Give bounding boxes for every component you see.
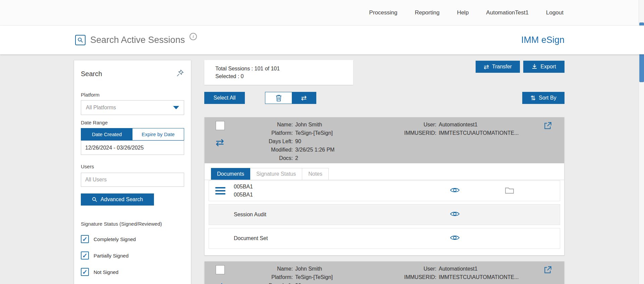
document-row[interactable]: Session Audit — [209, 204, 560, 225]
sort-by-label: Sort By — [539, 95, 556, 101]
folder-icon[interactable] — [505, 186, 514, 195]
advanced-search-button[interactable]: Advanced Search — [81, 193, 154, 206]
checkbox-completely-signed[interactable]: ✓ Completely Signed — [81, 235, 184, 243]
session-summary-card: Total Sessions : 101 of 101 Selected : 0 — [204, 60, 353, 85]
document-title: Document Set — [234, 234, 268, 242]
platform-dropdown[interactable]: All Platforms — [81, 100, 184, 115]
selected-count-text: Selected : 0 — [215, 73, 342, 79]
field-value: TeSign-[TeSign] — [295, 273, 333, 281]
search-sessions-icon — [75, 35, 86, 45]
session-card: ⇄ Name:John Smith Platform:TeSign-[TeSig… — [204, 261, 565, 284]
top-nav: Processing Reporting Help AutomationTest… — [0, 0, 644, 25]
field-value: 3/26/25 1:26 PM — [295, 146, 334, 154]
open-session-icon[interactable] — [543, 266, 552, 276]
document-row[interactable]: 005BA1 005BA1 — [209, 180, 560, 201]
date-range-label: Date Range — [81, 120, 184, 125]
bulk-action-group: ⇄ — [265, 92, 316, 104]
sessions-main: Total Sessions : 101 of 101 Selected : 0… — [204, 60, 565, 284]
document-title: 005BA1 — [234, 183, 253, 191]
users-input[interactable] — [81, 173, 184, 187]
view-document-icon[interactable] — [450, 211, 460, 219]
nav-processing[interactable]: Processing — [369, 9, 397, 16]
page-title: Search Active Sessions — [90, 35, 185, 45]
field-value: TeSign-[TeSign] — [295, 129, 333, 137]
open-session-icon[interactable] — [543, 121, 552, 131]
content-area: Search Platform All Platforms Date Range… — [0, 54, 644, 284]
users-label: Users — [81, 164, 184, 169]
session-header: ⇄ Name:John Smith Platform:TeSign-[TeSig… — [205, 262, 564, 284]
session-tabs: Documents Signature Status Notes — [205, 163, 564, 180]
nav-reporting[interactable]: Reporting — [415, 9, 440, 16]
total-sessions-text: Total Sessions : 101 of 101 — [215, 66, 342, 72]
tab-notes[interactable]: Notes — [302, 168, 329, 180]
document-subtitle: 005BA1 — [234, 191, 253, 199]
document-title: Session Audit — [234, 211, 266, 219]
delete-button[interactable] — [265, 92, 292, 104]
field-value: John Smith — [295, 265, 322, 273]
field-label: Days Left: — [238, 137, 293, 146]
view-document-icon[interactable] — [450, 187, 460, 195]
field-label: Modified: — [238, 146, 293, 154]
drag-handle-icon[interactable] — [215, 187, 225, 196]
session-select-checkbox[interactable] — [216, 265, 225, 274]
advanced-search-label: Advanced Search — [101, 196, 143, 203]
date-range-toggle: Date Created Expire by Date — [81, 128, 184, 140]
view-document-icon[interactable] — [450, 235, 460, 242]
nav-user-menu[interactable]: AutomationTest1 — [486, 9, 529, 16]
field-label: IMMUSERID: — [382, 273, 436, 281]
session-card: ⇄ Name:John Smith Platform:TeSign-[TeSig… — [204, 117, 565, 255]
field-label: Platform: — [238, 273, 293, 281]
transfer-button[interactable]: ⇄ Transfer — [476, 61, 520, 73]
brand-logo: IMM eSign — [521, 35, 565, 45]
transfer-label: Transfer — [492, 64, 512, 70]
session-header: ⇄ Name:John Smith Platform:TeSign-[TeSig… — [205, 117, 564, 163]
field-label: Name: — [238, 120, 293, 129]
document-row[interactable]: Document Set — [209, 228, 560, 249]
session-transfer-icon[interactable]: ⇄ — [216, 282, 225, 284]
field-value: IMMTESTCU\AUTOMATIONTE... — [439, 273, 519, 281]
app-header: Search Active Sessions i IMM eSign — [0, 25, 644, 54]
date-range-input[interactable] — [81, 140, 184, 155]
field-value: 90 — [295, 137, 301, 146]
field-value: Automationtest1 — [439, 265, 478, 273]
search-panel-title: Search — [81, 70, 102, 78]
bulk-transfer-button[interactable]: ⇄ — [292, 92, 316, 104]
select-all-label: Select All — [214, 95, 236, 101]
nav-help[interactable]: Help — [457, 9, 469, 16]
transfer-icon: ⇄ — [484, 64, 489, 70]
expire-by-date-tab[interactable]: Expire by Date — [132, 128, 184, 140]
field-value: John Smith — [295, 120, 322, 129]
field-label: Name: — [238, 265, 293, 273]
session-transfer-icon[interactable]: ⇄ — [216, 137, 225, 148]
download-icon — [532, 63, 537, 70]
platform-dropdown-value: All Platforms — [86, 105, 116, 111]
chevron-down-icon — [173, 106, 179, 109]
session-select-checkbox[interactable] — [216, 121, 225, 130]
field-label: User: — [382, 120, 436, 129]
sort-icon: ⇅ — [530, 95, 536, 101]
info-icon[interactable]: i — [190, 33, 197, 40]
search-panel: Search Platform All Platforms Date Range… — [74, 60, 191, 284]
checkbox-not-signed[interactable]: ✓ Not Signed — [81, 268, 184, 276]
field-value: 2 — [295, 154, 298, 162]
field-value: IMMTESTCU\AUTOMATIONTE... — [439, 129, 519, 137]
checkbox-label: Completely Signed — [94, 236, 136, 242]
checkbox-icon: ✓ — [81, 268, 89, 276]
tab-documents[interactable]: Documents — [211, 168, 250, 180]
signature-status-label: Signature Status (Signed/Reviewed) — [81, 221, 184, 227]
export-button[interactable]: Export — [523, 61, 565, 73]
checkbox-label: Not Signed — [94, 269, 118, 275]
select-all-button[interactable]: Select All — [204, 92, 245, 104]
field-value: Automationtest1 — [439, 120, 478, 129]
pin-icon[interactable] — [176, 69, 184, 78]
field-label: Docs: — [238, 154, 293, 162]
document-list: 005BA1 005BA1 — [205, 180, 564, 255]
field-label: IMMUSERID: — [382, 129, 436, 137]
checkbox-icon: ✓ — [81, 235, 89, 243]
date-created-tab[interactable]: Date Created — [81, 128, 132, 140]
sort-by-button[interactable]: ⇅ Sort By — [522, 92, 565, 104]
tab-signature-status[interactable]: Signature Status — [250, 168, 302, 180]
field-value: 90 — [295, 281, 301, 284]
nav-logout[interactable]: Logout — [546, 9, 564, 16]
checkbox-partially-signed[interactable]: ✓ Partially Signed — [81, 251, 184, 260]
